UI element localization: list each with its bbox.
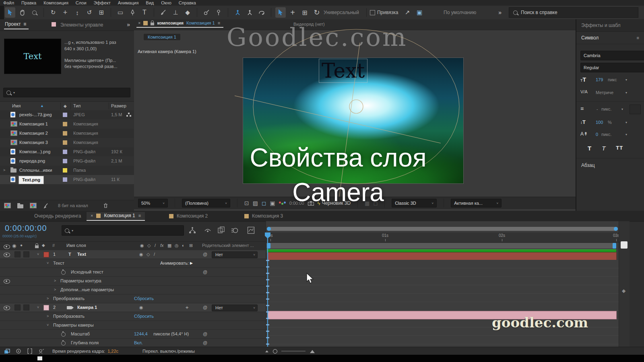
menu-effect[interactable]: Эффект [94,0,111,5]
eraser-tool-icon[interactable]: ◆ [182,7,193,18]
time-ruler[interactable]: 0s 01s 02s 03s [266,232,619,243]
font-family-field[interactable]: Cambria [580,51,644,60]
expand-layers-icon[interactable] [4,349,10,354]
caret-icon[interactable]: ▾ [621,107,623,111]
current-timecode[interactable]: 0:00:00:00 [5,224,47,233]
visibility-eye-icon[interactable] [4,253,10,257]
quality-switch-icon[interactable]: ◉ [140,243,144,248]
all-caps-button[interactable]: TT [616,145,623,152]
property-value[interactable]: 1244,4 [134,330,148,338]
project-file-row[interactable]: pexels-...73.jpegJPEG1,5 М [0,110,134,119]
parent-pickwhip-icon[interactable]: @ [203,339,207,347]
layer-name-column[interactable]: Имя слоя [66,243,86,248]
fill-color-swatch[interactable] [630,105,641,114]
frame-blend-icon[interactable] [217,226,225,234]
workspace-overflow-icon[interactable]: » [498,9,502,16]
effects-switch-icon[interactable]: ◐ [182,243,185,248]
layer-name[interactable]: Text [77,250,86,259]
workspace-label[interactable]: По умолчанию [444,10,476,15]
puppet-position-pin-icon[interactable] [232,7,243,18]
dolly-camera-tool-icon[interactable]: ↕ [72,7,83,18]
region-of-interest-icon[interactable]: ▣ [414,7,425,18]
visibility-eye-icon[interactable] [4,306,10,310]
layer-color-swatch[interactable] [43,305,49,311]
panel-menu-icon[interactable]: ≡ [23,21,26,27]
orbit-camera-tool-icon[interactable]: ↻ [48,7,58,18]
zoom-tool-icon[interactable] [29,7,39,18]
solo-switch-box[interactable] [23,251,29,257]
vertical-scale-value[interactable]: 100 [596,120,603,125]
motion-blur-icon[interactable] [231,227,238,234]
label-swatch[interactable] [63,131,67,136]
project-file-row[interactable]: Композиция 3Композиция [0,138,134,147]
timeline-search-box[interactable]: ▾ [62,225,184,236]
timeline-row[interactable]: >Дополни...ные параметры [0,286,266,294]
fx-switch-icon[interactable]: fx [160,243,164,248]
project-file-row[interactable]: Композиция 2Композиция [0,129,134,138]
twirl-icon[interactable]: ˅ [47,259,49,267]
camera-box-tool-icon[interactable]: ⊞ [299,7,310,18]
label-swatch[interactable] [63,122,67,126]
label-swatch[interactable] [63,159,67,163]
stopwatch-icon[interactable] [61,270,66,275]
file-name[interactable]: Композиция 3 [19,138,48,147]
rotate-tool-icon[interactable]: ↺ [84,7,95,18]
stopwatch-icon[interactable] [61,341,66,346]
twirl-icon[interactable]: > [54,286,56,294]
leading-value[interactable]: - [597,107,598,111]
project-footer-interpret-icon[interactable] [4,203,11,208]
paragraph-panel-title[interactable]: Абзац [581,162,595,168]
faux-italic-button[interactable]: T [602,145,605,152]
baseline-shift-value[interactable]: 0 [596,132,598,137]
lookat-icon[interactable]: ⌖ [186,303,188,312]
caret-icon[interactable]: ▾ [625,121,627,124]
column-name[interactable]: Имя [12,102,21,110]
project-search-box[interactable]: ▾ [3,88,130,97]
label-swatch[interactable] [63,168,67,173]
label-swatch[interactable] [63,150,67,154]
file-name[interactable]: Text.png [19,176,44,184]
panel-menu-icon[interactable]: ≡ [218,21,220,25]
property-group-name[interactable]: Преобразовать [53,294,85,303]
pan-camera-tool-icon[interactable]: + [60,7,70,18]
vertical-scroll-thumb[interactable] [621,241,627,249]
property-value[interactable]: Вкл. [134,339,143,347]
pen-tool-icon[interactable] [127,7,138,18]
sort-ascending-icon[interactable]: ▲ [40,102,44,110]
property-group-name[interactable]: Параметры камеры [53,321,94,329]
twirl-icon[interactable]: > [54,277,56,285]
twirl-icon[interactable]: > [47,294,49,303]
file-name[interactable]: природа.png [19,156,45,166]
column-size[interactable]: Размер [111,102,126,110]
timeline-zoom-control[interactable] [265,349,315,354]
menu-layers[interactable]: Слои [76,0,87,5]
adjust-icon[interactable] [43,203,48,208]
menu-animation[interactable]: Анимация [118,0,139,5]
parent-column[interactable]: Родительский элемент ... [202,243,254,248]
reset-link[interactable]: Сбросить [134,312,154,321]
frame-blend-status-icon[interactable] [16,348,21,354]
eye-column-icon[interactable] [4,245,10,249]
composition-flowchart-icon[interactable] [188,227,196,234]
brush-panel-icon[interactable]: ◆ [622,288,625,294]
work-area-end-handle[interactable] [613,243,616,249]
project-color-depth[interactable]: 8 бит на канал [58,203,88,208]
timeline-row[interactable]: ˅Параметры камеры [0,321,266,330]
reset-link[interactable]: Сбросить [134,294,154,303]
menu-edit[interactable]: Правка [21,0,36,5]
file-name[interactable]: pexels-...73.jpeg [19,110,52,119]
toggle-switches-label[interactable]: Перекл. выключ./режимы [142,349,195,354]
faux-bold-button[interactable]: T [588,145,591,152]
menu-view[interactable]: Вид [146,0,154,5]
camera-selection-tool-icon[interactable] [275,7,286,18]
pick-switch-icon[interactable]: ◉ [139,250,143,259]
search-caret-icon[interactable]: ▾ [72,229,73,232]
caret-icon[interactable]: ▾ [625,133,627,136]
file-name[interactable]: Сплошны...ивки [19,166,52,175]
menu-help[interactable]: Справка [179,0,196,5]
twirl-icon[interactable]: ˅ [37,250,39,259]
property-name[interactable]: Масштаб [71,330,90,338]
search-caret-icon[interactable]: ▾ [13,91,15,95]
index-column-icon[interactable]: # [52,243,55,248]
project-file-row[interactable]: Text.pngPNG-файл11 К [0,175,134,184]
